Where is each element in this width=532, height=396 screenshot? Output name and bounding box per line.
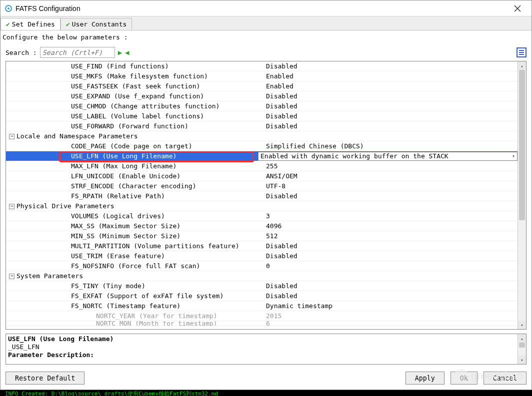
fatfs-config-dialog: FATFS Configuration ✔ Set Defines ✔ User… [0,0,532,390]
close-button[interactable] [508,1,528,15]
param-row-use-trim[interactable]: USE_TRIM (Erase feature)Disabled [6,251,518,261]
scrollbar-thumb[interactable] [519,70,525,220]
button-bar: Restore Default Apply Ok Cancel [0,369,532,390]
watermark-icon [454,369,468,383]
instruction-text: Configure the below parameters : [0,30,532,44]
svg-rect-4 [519,50,524,51]
search-next-icon[interactable]: ▶ [118,48,122,56]
collapse-icon[interactable]: − [9,134,14,139]
param-row-volumes[interactable]: VOLUMES (Logical drives)3 [6,211,518,221]
search-label: Search : [6,49,37,56]
section-locale[interactable]: −Locale and Namespace Parameters [6,131,518,141]
list-view-button[interactable] [516,47,526,57]
search-bar: Search : ▶ ◀ [0,44,532,61]
param-row-fs-nofsinfo[interactable]: FS_NOFSINFO (Force full FAT scan)0 [6,261,518,271]
param-row-nortc-year: NORTC_YEAR (Year for timestamp)2015 [6,311,518,321]
param-row-max-ss[interactable]: MAX_SS (Maximum Sector Size)4096 [6,221,518,231]
param-row-use-label[interactable]: USE_LABEL (Volume label functions)Disabl… [6,111,518,121]
param-row-use-mkfs[interactable]: USE_MKFS (Make filesystem function)Enabl… [6,71,518,81]
combo-value: Enabled with dynamic working buffer on t… [260,152,448,160]
svg-rect-6 [519,54,524,55]
parameter-grid-panel: USE_FIND (Find functions)Disabled USE_MK… [6,61,526,330]
check-icon: ✔ [6,20,10,28]
param-row-fs-rpath[interactable]: FS_RPATH (Relative Path)Disabled [6,191,518,201]
section-physical[interactable]: −Physical Drive Parameters [6,201,518,211]
terminal-strip: INFO Created: D:\Blog\source\_drafts\使用C… [0,390,532,396]
param-row-code-page[interactable]: CODE_PAGE (Code page on target)Simplifie… [6,141,518,151]
desc-heading: Parameter Description: [8,351,516,359]
tab-user-constants[interactable]: ✔ User Constants [60,18,132,30]
scroll-up-icon[interactable]: ▴ [518,334,526,343]
scrollbar-thumb[interactable] [519,343,525,348]
param-row-nortc-mon: NORTC_MON (Month for timestamp)6 [6,321,518,326]
param-row-fs-nortc[interactable]: FS_NORTC (Timestamp feature)Dynamic time… [6,301,518,311]
parameter-grid: USE_FIND (Find functions)Disabled USE_MK… [6,61,518,329]
param-row-fs-exfat[interactable]: FS_EXFAT (Support of exFAT file system)D… [6,291,518,301]
svg-point-1 [8,7,10,9]
collapse-icon[interactable]: − [9,274,14,279]
param-row-strf-encode[interactable]: STRF_ENCODE (Character encoding)UTF-8 [6,181,518,191]
search-input[interactable] [40,47,115,58]
chevron-down-icon: ▾ [512,153,515,159]
description-panel: USE_LFN (Use Long Filename) _USE_LFN Par… [6,334,526,365]
scroll-up-icon[interactable]: ▴ [518,61,526,70]
param-row-use-expand[interactable]: USE_EXPAND (Use f_expand function)Disabl… [6,91,518,101]
svg-rect-5 [519,52,524,53]
param-row-lfn-unicode[interactable]: LFN_UNICODE (Enable Unicode)ANSI/OEM [6,171,518,181]
grid-scrollbar[interactable]: ▴ ▾ [518,61,526,329]
tab-set-defines[interactable]: ✔ Set Defines [0,18,60,30]
app-icon [4,4,12,12]
section-system[interactable]: −System Parameters [6,271,518,281]
check-icon: ✔ [66,20,70,28]
window-title: FATFS Configuration [16,4,508,12]
param-row-use-lfn[interactable]: USE_LFN (Use Long Filename) Enabled with… [6,151,518,161]
desc-scrollbar[interactable]: ▴ ▾ [518,334,526,364]
tab-bar: ✔ Set Defines ✔ User Constants [0,16,532,30]
watermark: greedyhao [454,369,523,383]
restore-default-button[interactable]: Restore Default [6,372,84,385]
param-row-fs-tiny[interactable]: FS_TINY (Tiny mode)Disabled [6,281,518,291]
param-row-multi-partition[interactable]: MULTI_PARTITION (Volume partitions featu… [6,241,518,251]
desc-title: USE_LFN (Use Long Filename) [8,335,516,343]
tab-label: Set Defines [12,20,55,28]
scroll-down-icon[interactable]: ▾ [518,321,526,329]
param-row-use-forward[interactable]: USE_FORWARD (Forward function)Disabled [6,121,518,131]
collapse-icon[interactable]: − [9,204,14,209]
scroll-down-icon[interactable]: ▾ [518,356,526,364]
param-row-min-ss[interactable]: MIN_SS (Minimum Sector Size)512 [6,231,518,241]
param-row-use-chmod[interactable]: USE_CHMOD (Change attributes function)Di… [6,101,518,111]
param-row-use-find[interactable]: USE_FIND (Find functions)Disabled [6,61,518,71]
use-lfn-combobox[interactable]: Enabled with dynamic working buffer on t… [258,152,518,161]
titlebar: FATFS Configuration [0,0,532,16]
search-prev-icon[interactable]: ◀ [125,48,129,56]
apply-button[interactable]: Apply [406,372,444,385]
tab-label: User Constants [72,20,127,28]
desc-macro: _USE_LFN [8,343,516,351]
param-row-fastseek[interactable]: USE_FASTSEEK (Fast seek function)Enabled [6,81,518,91]
param-row-max-lfn[interactable]: MAX_LFN (Max Long Filename)255 [6,161,518,171]
